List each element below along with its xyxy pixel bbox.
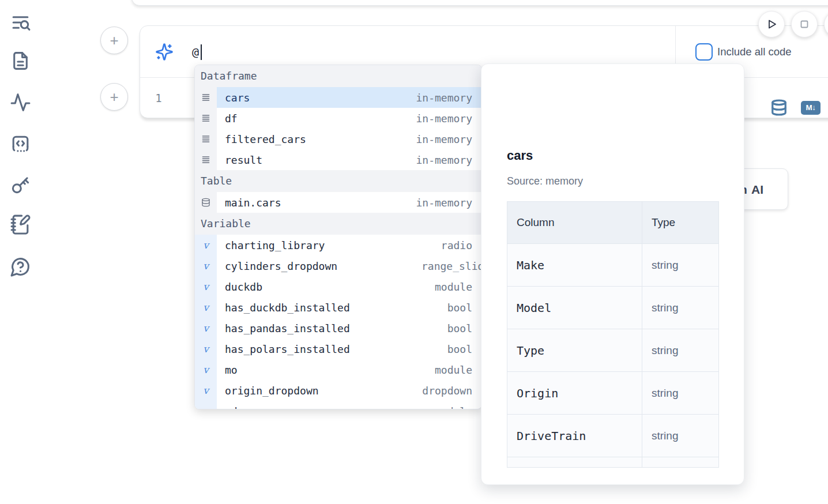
autocomplete-item-main: filtered_carsin-memory <box>217 129 481 149</box>
sql-cell-icon[interactable] <box>770 99 788 116</box>
autocomplete-item-has_pandas_installed[interactable]: vhas_pandas_installedbool <box>195 318 481 338</box>
variable-v-icon: v <box>195 380 217 401</box>
completion-detail: bool <box>447 343 472 355</box>
schema-column-type: string <box>642 415 718 457</box>
markdown-cell-icon[interactable]: M↓ <box>801 101 821 115</box>
autocomplete-item-main: has_polars_installedbool <box>217 338 481 359</box>
autocomplete-item-main: pdmodule <box>217 401 481 409</box>
autocomplete-item-mo[interactable]: vmomodule <box>195 359 481 380</box>
variable-v-icon: v <box>195 297 217 318</box>
ai-button-label: AI <box>751 183 763 197</box>
autocomplete-item-main: charting_libraryradio <box>217 235 481 255</box>
completion-name: cylinders_dropdown <box>225 260 337 272</box>
completion-detail: in-memory <box>416 154 472 166</box>
schema-column-name <box>507 457 642 468</box>
include-all-code-checkbox[interactable] <box>695 43 713 61</box>
schema-table-row: Makestring <box>507 243 718 286</box>
completion-name: df <box>225 112 238 125</box>
scratchpad-icon[interactable] <box>10 214 31 235</box>
search-list-icon[interactable] <box>10 13 31 34</box>
completion-name: charting_library <box>225 239 325 251</box>
completion-name: duckdb <box>225 281 262 293</box>
dataframe-preview-popover: cars Source: memory 428 rows, 15 columns… <box>481 63 744 485</box>
completion-name: origin_dropdown <box>225 385 319 397</box>
autocomplete-item-main: cylinders_dropdownrange_slider <box>217 255 481 276</box>
dataframe-lines-icon <box>195 129 217 149</box>
autocomplete-item-duckdb[interactable]: vduckdbmodule <box>195 276 481 297</box>
add-cell-button-bottom[interactable]: + <box>100 83 128 111</box>
schema-column-name: Model <box>507 287 642 329</box>
schema-column-type: string <box>642 372 718 414</box>
sidebar <box>0 0 40 504</box>
schema-table-row: Originstring <box>507 371 718 414</box>
plus-icon: + <box>110 88 118 106</box>
key-icon[interactable] <box>10 174 31 195</box>
autocomplete-item-result[interactable]: resultin-memory <box>195 149 481 170</box>
variable-v-icon: v <box>195 318 217 338</box>
completion-name: filtered_cars <box>225 133 306 145</box>
add-cell-button-top[interactable]: + <box>100 27 128 54</box>
schema-table-row <box>507 457 718 468</box>
variable-v-icon: v <box>195 338 217 359</box>
completion-name: result <box>225 154 262 166</box>
autocomplete-item-main: origin_dropdowndropdown <box>217 380 481 401</box>
preview-title: cars <box>507 148 533 163</box>
text-cursor <box>201 44 202 60</box>
autocomplete-item-main: has_duckdb_installedbool <box>217 297 481 318</box>
variable-v-icon: v <box>195 235 217 255</box>
autocomplete-item-charting_library[interactable]: vcharting_libraryradio <box>195 235 481 255</box>
schema-table-header-column: Column <box>507 202 642 243</box>
autocomplete-item-main: momodule <box>217 359 481 380</box>
run-cell-button[interactable] <box>758 11 785 37</box>
completion-detail: in-memory <box>416 112 472 125</box>
autocomplete-item-main: carsin-memory <box>217 87 481 108</box>
code-snippet-icon[interactable] <box>10 133 31 155</box>
completion-detail: in-memory <box>416 133 472 145</box>
completion-name: has_polars_installed <box>225 343 350 355</box>
completion-detail: in-memory <box>416 197 472 209</box>
schema-column-name: Type <box>507 329 642 371</box>
autocomplete-item-origin_dropdown[interactable]: vorigin_dropdowndropdown <box>195 380 481 401</box>
completion-name: mo <box>225 364 238 376</box>
schema-table-row: Typestring <box>507 329 718 371</box>
schema-column-name: Make <box>507 244 642 286</box>
help-icon[interactable] <box>10 256 31 277</box>
completion-detail: module <box>435 405 472 410</box>
activity-icon[interactable] <box>10 92 31 113</box>
autocomplete-item-df[interactable]: dfin-memory <box>195 108 481 129</box>
completion-detail: bool <box>447 302 472 314</box>
schema-table-header-row: ColumnType <box>507 202 718 243</box>
completion-detail: range_slider <box>421 260 482 272</box>
autocomplete-item-main: dfin-memory <box>217 108 481 129</box>
line-number: 1 <box>152 78 165 119</box>
autocomplete-section-header: Variable <box>195 213 481 235</box>
autocomplete-item-has_polars_installed[interactable]: vhas_polars_installedbool <box>195 338 481 359</box>
completion-name: cars <box>225 92 250 104</box>
autocomplete-item-cylinders_dropdown[interactable]: vcylinders_dropdownrange_slider <box>195 255 481 276</box>
autocomplete-item-filtered_cars[interactable]: filtered_carsin-memory <box>195 129 481 149</box>
schema-column-name: DriveTrain <box>507 415 642 457</box>
autocomplete-item-main: has_pandas_installedbool <box>217 318 481 338</box>
autocomplete-item-main.cars[interactable]: main.carsin-memory <box>195 192 481 213</box>
document-icon[interactable] <box>10 50 31 72</box>
completion-detail: in-memory <box>416 92 472 104</box>
stop-button[interactable] <box>791 11 818 37</box>
schema-column-type <box>642 457 718 468</box>
dataframe-lines-icon <box>195 149 217 170</box>
stop-icon <box>797 17 811 31</box>
autocomplete-dropdown: Dataframecarsin-memorydfin-memoryfiltere… <box>194 65 482 409</box>
schema-column-name: Origin <box>507 372 642 414</box>
variable-v-icon: v <box>195 255 217 276</box>
autocomplete-item-main: main.carsin-memory <box>217 192 481 213</box>
dataframe-lines-icon <box>195 87 217 108</box>
dataframe-lines-icon <box>195 108 217 129</box>
autocomplete-item-has_duckdb_installed[interactable]: vhas_duckdb_installedbool <box>195 297 481 318</box>
schema-table-header-type: Type <box>642 202 718 243</box>
autocomplete-item-cars[interactable]: carsin-memory <box>195 87 481 108</box>
completion-detail: dropdown <box>422 385 472 397</box>
autocomplete-section-header: Table <box>195 170 481 192</box>
autocomplete-item-pd[interactable]: vpdmodule <box>195 401 481 409</box>
preview-source: Source: memory <box>507 175 583 187</box>
schema-table-row: Modelstring <box>507 286 718 329</box>
autocomplete-item-main: resultin-memory <box>217 149 481 170</box>
